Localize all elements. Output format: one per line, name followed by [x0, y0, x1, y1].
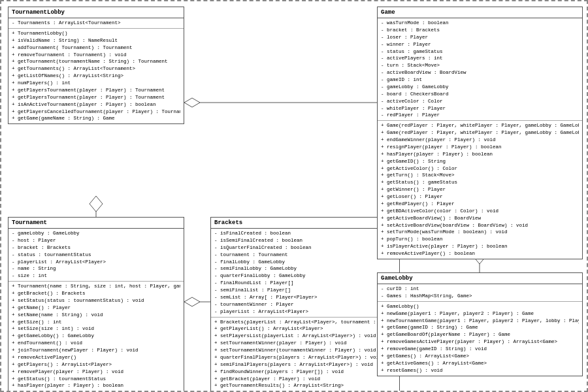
game-attributes: - wasTurnMode : boolean - bracket : Brac… — [378, 18, 582, 121]
tournament-title: Tournament — [8, 218, 184, 229]
tournament-lobby-title: TournamentLobby — [8, 7, 184, 18]
tl-attr-0: - Tournaments : ArrayList<Tournament> — [12, 20, 180, 27]
game-title: Game — [378, 7, 582, 18]
brackets-methods: + Brackets(playerList : ArrayList<Player… — [211, 318, 399, 393]
tournament-methods: + Tournament(name : String, size : int, … — [8, 282, 184, 392]
svg-marker-1 — [90, 196, 103, 212]
tournament-lobby-attributes: - Tournaments : ArrayList<Tournament> — [8, 18, 184, 29]
game-lobby-box: GameLobby - curID : int - Games : HashMa… — [377, 272, 583, 376]
svg-marker-3 — [184, 98, 200, 107]
game-box: Game - wasTurnMode : boolean - bracket :… — [377, 7, 583, 259]
tournament-lobby-box: TournamentLobby - Tournaments : ArrayLis… — [8, 7, 184, 124]
game-lobby-attributes: - curID : int - Games : HashMap<String, … — [378, 284, 582, 302]
tournament-box: Tournament - gameLobby : GameLobby - hos… — [8, 217, 184, 392]
game-lobby-methods: + GameLobby() + newGame(player1 : Player… — [378, 302, 582, 376]
tournament-attributes: - gameLobby : GameLobby - host : Player … — [8, 229, 184, 282]
tournament-lobby-methods: + TournamentLobby() + isValidName : Stri… — [8, 29, 184, 123]
brackets-attributes: - isFinalCreated : boolean - isSemiFinal… — [211, 229, 399, 318]
brackets-box: Brackets - isFinalCreated : boolean - is… — [210, 217, 400, 392]
game-methods: + Game(redPlayer : Player, whitePlayer :… — [378, 121, 582, 259]
game-lobby-title: GameLobby — [378, 273, 582, 284]
svg-marker-5 — [184, 297, 200, 306]
brackets-title: Brackets — [211, 218, 399, 229]
